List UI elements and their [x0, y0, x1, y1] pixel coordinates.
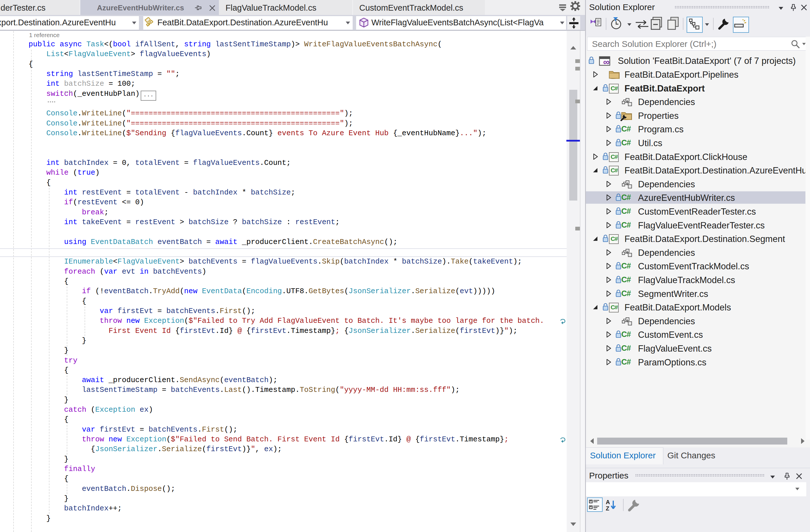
- svg-text:A: A: [606, 499, 610, 505]
- svg-text:Z: Z: [606, 505, 609, 512]
